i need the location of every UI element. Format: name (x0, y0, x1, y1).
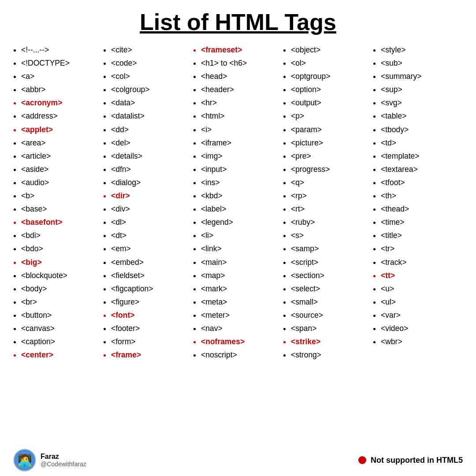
list-item: <ins> (201, 176, 283, 189)
list-item: <acronym> (21, 96, 103, 109)
list-item: <source> (291, 309, 373, 322)
list-item: <tfoot> (381, 176, 463, 189)
column-2: <cite><code><col><colgroup><data><datali… (103, 43, 193, 443)
list-item: <li> (201, 229, 283, 242)
list-item: <tt> (381, 269, 463, 282)
list-item: <applet> (21, 123, 103, 136)
list-item: <body> (21, 282, 103, 295)
column-5: <style><sub><summary><sup><svg><table><t… (373, 43, 463, 443)
list-item: <code> (111, 56, 193, 70)
list-item: <style> (381, 43, 463, 56)
list-item: <rp> (291, 189, 373, 202)
list-item: <ul> (381, 295, 463, 309)
list-item: <dfn> (111, 163, 193, 176)
list-item: <iframe> (201, 136, 283, 149)
page: List of HTML Tags <!--...--><!DOCTYPE><a… (0, 0, 476, 476)
list-item: <head> (201, 70, 283, 83)
list-item: <textarea> (381, 163, 463, 176)
list-item: <param> (291, 123, 373, 136)
list-item: <samp> (291, 242, 373, 255)
list-item: <link> (201, 242, 283, 255)
author-name: Faraz (41, 453, 86, 461)
list-item: <main> (201, 256, 283, 269)
list-item: <html> (201, 109, 283, 123)
list-item: <data> (111, 96, 193, 109)
list-item: <blockquote> (21, 269, 103, 282)
list-item: <ol> (291, 56, 373, 70)
list-item: <big> (21, 256, 103, 269)
column-4: <object><ol><optgroup><option><output><p… (283, 43, 373, 443)
list-item: <basefont> (21, 216, 103, 229)
list-item: <button> (21, 309, 103, 322)
list-item: <caption> (21, 335, 103, 348)
list-item: <ruby> (291, 216, 373, 229)
list-item: <bdi> (21, 229, 103, 242)
list-item: <!--...--> (21, 43, 103, 56)
list-item: <frameset> (201, 43, 283, 56)
list-item: <noscript> (201, 348, 283, 361)
red-dot-icon (358, 456, 366, 464)
list-item: <colgroup> (111, 83, 193, 96)
list-item: <div> (111, 202, 193, 216)
list-item: <small> (291, 295, 373, 309)
list-item: <embed> (111, 256, 193, 269)
list-item: <sup> (381, 83, 463, 96)
list-item: <a> (21, 70, 103, 83)
list-item: <figure> (111, 295, 193, 309)
list-item: <strike> (291, 335, 373, 348)
avatar: 🧑‍💻 (13, 449, 36, 472)
list-item: <progress> (291, 163, 373, 176)
list-item: <video> (381, 322, 463, 335)
list-item: <summary> (381, 70, 463, 83)
list-item: <track> (381, 256, 463, 269)
list-item: <i> (201, 123, 283, 136)
list-item: <s> (291, 229, 373, 242)
list-item: <center> (21, 348, 103, 361)
list-item: <area> (21, 136, 103, 149)
list-item: <td> (381, 136, 463, 149)
list-item: <th> (381, 189, 463, 202)
list-item: <font> (111, 309, 193, 322)
page-title: List of HTML Tags (13, 9, 463, 35)
list-item: <dt> (111, 229, 193, 242)
list-item: <time> (381, 216, 463, 229)
list-item: <mark> (201, 282, 283, 295)
legend-text: Not supported in HTML5 (371, 456, 463, 465)
list-item: <cite> (111, 43, 193, 56)
list-item: <template> (381, 149, 463, 163)
list-item: <dl> (111, 216, 193, 229)
list-item: <section> (291, 269, 373, 282)
legend: Not supported in HTML5 (358, 456, 463, 465)
footer-bar: 🧑‍💻 Faraz @Codewithfaraz Not supported i… (13, 445, 463, 472)
list-item: <dialog> (111, 176, 193, 189)
list-item: <tr> (381, 242, 463, 255)
list-item: <u> (381, 282, 463, 295)
list-item: <abbr> (21, 83, 103, 96)
list-item: <kbd> (201, 189, 283, 202)
list-item: <fieldset> (111, 269, 193, 282)
list-item: <header> (201, 83, 283, 96)
list-item: <var> (381, 309, 463, 322)
list-item: <img> (201, 149, 283, 163)
list-item: <script> (291, 256, 373, 269)
column-1: <!--...--><!DOCTYPE><a><abbr><acronym><a… (13, 43, 103, 443)
list-item: <select> (291, 282, 373, 295)
list-item: <canvas> (21, 322, 103, 335)
list-item: <address> (21, 109, 103, 123)
list-item: <span> (291, 322, 373, 335)
list-item: <optgroup> (291, 70, 373, 83)
list-item: <title> (381, 229, 463, 242)
list-item: <em> (111, 242, 193, 255)
list-item: <strong> (291, 348, 373, 361)
list-item: <wbr> (381, 335, 463, 348)
list-item: <h1> to <h6> (201, 56, 283, 70)
column-3: <frameset><h1> to <h6><head><header><hr>… (193, 43, 283, 443)
list-item: <legend> (201, 216, 283, 229)
list-item: <map> (201, 269, 283, 282)
author-text: Faraz @Codewithfaraz (41, 453, 86, 468)
list-item: <bdo> (21, 242, 103, 255)
list-item: <q> (291, 176, 373, 189)
author-handle: @Codewithfaraz (41, 461, 86, 468)
list-item: <label> (201, 202, 283, 216)
list-item: <table> (381, 109, 463, 123)
